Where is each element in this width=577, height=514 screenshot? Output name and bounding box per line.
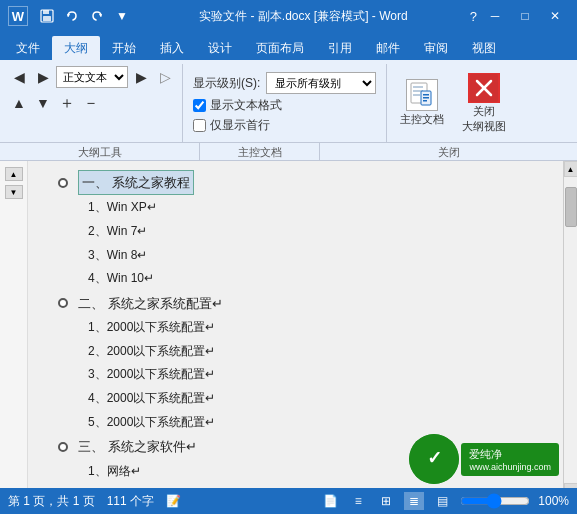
outline-right-promote-btn[interactable]: ▶ bbox=[130, 66, 152, 88]
scroll-up-button[interactable]: ▲ bbox=[564, 161, 578, 177]
status-bar: 第 1 页，共 1 页 111 个字 📝 📄 ≡ ⊞ ≣ ▤ 100% bbox=[0, 488, 577, 514]
watermark-text: 爱纯净 www.aichunjing.com bbox=[461, 443, 559, 476]
outline-text: 4、Win 10↵ bbox=[88, 268, 154, 290]
outline-item[interactable]: 二、 系统之家系统配置↵ bbox=[58, 291, 543, 316]
outline-item[interactable]: 1、2000以下系统配置↵ bbox=[58, 316, 543, 340]
window-controls: ─ □ ✕ bbox=[481, 6, 569, 26]
watermark: ✓ 爱纯净 www.aichunjing.com bbox=[409, 434, 559, 484]
close-outline-icon bbox=[468, 73, 500, 103]
outline-item[interactable]: 3、2000以下系统配置↵ bbox=[58, 363, 543, 387]
outline-item[interactable]: 5、2000以下系统配置↵ bbox=[58, 411, 543, 435]
outline-item[interactable]: 2、Win 7↵ bbox=[58, 220, 543, 244]
show-level-label: 显示级别(S): bbox=[193, 75, 260, 92]
outline-text: 三、 系统之家软件↵ bbox=[78, 435, 197, 458]
word-app-icon: W bbox=[8, 6, 28, 26]
outline-down-btn[interactable]: ▼ bbox=[32, 92, 54, 114]
tab-页面布局[interactable]: 页面布局 bbox=[244, 36, 316, 60]
maximize-button[interactable]: □ bbox=[511, 6, 539, 26]
outline-bullet bbox=[58, 178, 68, 188]
only-first-line-row: 仅显示首行 bbox=[193, 117, 376, 134]
outline-item[interactable]: 4、2000以下系统配置↵ bbox=[58, 387, 543, 411]
zoom-level: 100% bbox=[538, 494, 569, 508]
tab-插入[interactable]: 插入 bbox=[148, 36, 196, 60]
outline-right-demote-btn[interactable]: ▷ bbox=[154, 66, 176, 88]
outline-text: 一、 系统之家教程 bbox=[78, 170, 194, 195]
undo-button[interactable] bbox=[61, 6, 83, 26]
status-right: 📄 ≡ ⊞ ≣ ▤ 100% bbox=[320, 492, 569, 510]
window-title: 实验文件 - 副本.docx [兼容模式] - Word bbox=[137, 8, 470, 25]
outline-right-btn[interactable]: ▶ bbox=[32, 66, 54, 88]
title-bar: W ▼ 实验文件 - 副本.docx [兼容模式] - Word ? ─ □ ✕ bbox=[0, 0, 577, 32]
section-label-outline: 大纲工具 bbox=[0, 143, 200, 160]
show-format-checkbox[interactable] bbox=[193, 99, 206, 112]
view-outline-btn[interactable]: ≣ bbox=[404, 492, 424, 510]
outline-up-btn[interactable]: ▲ bbox=[8, 92, 30, 114]
ribbon-toolbar: ◀ ▶ 正文文本 1级 2级 ▶ ▷ ▲ ▼ ＋ － 显示级别(S): bbox=[0, 60, 577, 161]
minimize-button[interactable]: ─ bbox=[481, 6, 509, 26]
help-icon[interactable]: ? bbox=[470, 9, 477, 24]
outline-item[interactable]: 3、Win 8↵ bbox=[58, 244, 543, 268]
outline-item[interactable]: 2、2000以下系统配置↵ bbox=[58, 340, 543, 364]
tab-引用[interactable]: 引用 bbox=[316, 36, 364, 60]
only-first-line-checkbox[interactable] bbox=[193, 119, 206, 132]
outline-nav-section: ◀ ▶ 正文文本 1级 2级 ▶ ▷ ▲ ▼ ＋ － bbox=[2, 64, 183, 142]
show-format-label: 显示文本格式 bbox=[210, 97, 282, 114]
view-draft-btn[interactable]: ▤ bbox=[432, 492, 452, 510]
svg-rect-11 bbox=[423, 97, 429, 99]
scroll-thumb[interactable] bbox=[565, 187, 577, 227]
tab-开始[interactable]: 开始 bbox=[100, 36, 148, 60]
svg-rect-10 bbox=[423, 94, 429, 96]
close-outline-label1: 关闭 bbox=[473, 105, 495, 118]
title-bar-left-icons: W bbox=[8, 6, 28, 26]
vertical-scrollbar[interactable]: ▲ ▼ bbox=[563, 161, 577, 499]
tab-文件[interactable]: 文件 bbox=[4, 36, 52, 60]
left-margin: ▲ ▼ bbox=[0, 161, 28, 499]
outline-bullet bbox=[58, 442, 68, 452]
outline-text: 2、Win 7↵ bbox=[88, 221, 147, 243]
tab-邮件[interactable]: 邮件 bbox=[364, 36, 412, 60]
outline-arrow-row: ◀ ▶ 正文文本 1级 2级 ▶ ▷ bbox=[8, 66, 176, 88]
svg-rect-6 bbox=[413, 86, 423, 88]
view-print-btn[interactable]: 📄 bbox=[320, 492, 340, 510]
redo-button[interactable] bbox=[86, 6, 108, 26]
page-info: 第 1 页，共 1 页 bbox=[8, 493, 95, 510]
spell-check-icon[interactable]: 📝 bbox=[166, 494, 181, 508]
view-read-btn[interactable]: ≡ bbox=[348, 492, 368, 510]
ribbon-toolbar-inner: ◀ ▶ 正文文本 1级 2级 ▶ ▷ ▲ ▼ ＋ － 显示级别(S): bbox=[0, 60, 577, 142]
close-outline-button[interactable]: 关闭 大纲视图 bbox=[457, 68, 511, 138]
tab-视图[interactable]: 视图 bbox=[460, 36, 508, 60]
scroll-track[interactable] bbox=[564, 177, 578, 483]
svg-rect-8 bbox=[413, 94, 420, 96]
view-web-btn[interactable]: ⊞ bbox=[376, 492, 396, 510]
left-margin-down-btn[interactable]: ▼ bbox=[5, 185, 23, 199]
ribbon-tabs: 文件大纲开始插入设计页面布局引用邮件审阅视图 bbox=[0, 32, 577, 60]
main-doc-button[interactable]: 主控文档 bbox=[395, 68, 449, 138]
svg-text:✓: ✓ bbox=[427, 448, 442, 468]
zoom-slider[interactable] bbox=[460, 495, 530, 507]
tab-大纲[interactable]: 大纲 bbox=[52, 36, 100, 60]
show-level-section: 显示级别(S): 显示所有级别 1级 2级 显示文本格式 仅显示首行 bbox=[183, 64, 387, 142]
left-margin-up-btn[interactable]: ▲ bbox=[5, 167, 23, 181]
outline-text: 4、2000以下系统配置↵ bbox=[88, 388, 215, 410]
outline-item[interactable]: 4、Win 10↵ bbox=[58, 267, 543, 291]
only-first-line-label: 仅显示首行 bbox=[210, 117, 270, 134]
outline-left-btn[interactable]: ◀ bbox=[8, 66, 30, 88]
svg-rect-12 bbox=[423, 100, 427, 102]
outline-expand-btn[interactable]: ＋ bbox=[56, 92, 78, 114]
show-level-dropdown[interactable]: 显示所有级别 1级 2级 bbox=[266, 72, 376, 94]
ribbon-tabs-container: 文件大纲开始插入设计页面布局引用邮件审阅视图 bbox=[0, 36, 508, 60]
outline-collapse-btn[interactable]: － bbox=[80, 92, 102, 114]
tab-审阅[interactable]: 审阅 bbox=[412, 36, 460, 60]
tab-设计[interactable]: 设计 bbox=[196, 36, 244, 60]
close-button[interactable]: ✕ bbox=[541, 6, 569, 26]
outline-level-select[interactable]: 正文文本 1级 2级 bbox=[56, 66, 128, 88]
outline-item[interactable]: 一、 系统之家教程 bbox=[58, 169, 543, 196]
outline-item[interactable]: 1、Win XP↵ bbox=[58, 196, 543, 220]
save-button[interactable] bbox=[36, 6, 58, 26]
svg-rect-1 bbox=[43, 10, 49, 14]
outline-text: 5、2000以下系统配置↵ bbox=[88, 412, 215, 434]
outline-text: 1、2000以下系统配置↵ bbox=[88, 317, 215, 339]
outline-bullet bbox=[58, 298, 68, 308]
quick-access-dropdown[interactable]: ▼ bbox=[111, 6, 133, 26]
char-count: 111 个字 bbox=[107, 493, 154, 510]
